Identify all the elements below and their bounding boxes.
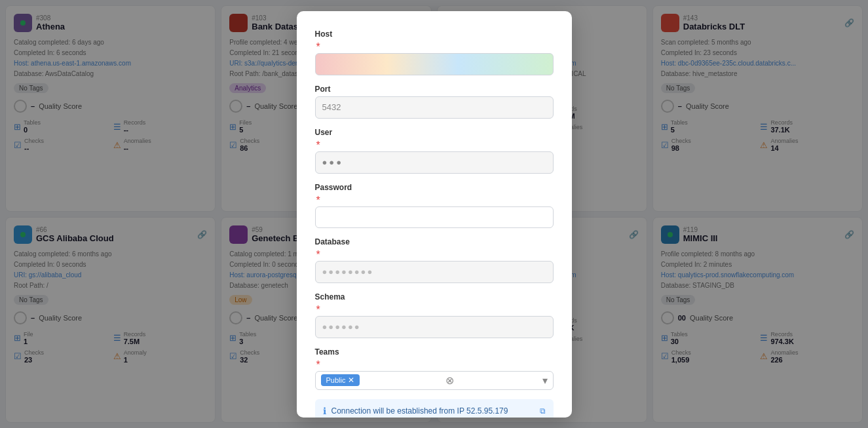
team-public-tag: Public ✕ — [321, 374, 360, 386]
schema-required: * — [316, 304, 320, 315]
password-field-group: Password* — [315, 183, 554, 228]
host-field-group: Host* — [315, 29, 554, 75]
database-input[interactable]: ●●●●●●●● — [315, 261, 554, 283]
teams-dropdown-icon[interactable]: ▾ — [542, 374, 548, 387]
info-icon: ℹ — [323, 406, 326, 416]
port-input[interactable]: 5432 — [315, 96, 554, 119]
teams-label: Teams — [315, 347, 554, 357]
user-field-group: User* ●●● — [315, 128, 554, 174]
copy-icon[interactable]: ⧉ — [540, 406, 546, 416]
user-required: * — [316, 140, 320, 151]
schema-input[interactable]: ●●●●●● — [315, 316, 554, 338]
ip-info-box: ℹ Connection will be established from IP… — [315, 399, 554, 418]
password-required: * — [316, 195, 320, 206]
port-label: Port — [315, 85, 554, 94]
page-wrapper: #308 Athena Catalog completed: 6 days ag… — [0, 0, 868, 428]
host-input-masked[interactable] — [315, 53, 554, 75]
teams-clear-icon[interactable]: ⊗ — [445, 374, 454, 387]
password-input[interactable] — [315, 206, 554, 228]
team-tag-close-icon[interactable]: ✕ — [348, 376, 354, 385]
host-label: Host — [315, 29, 554, 39]
database-label: Database — [315, 237, 554, 246]
teams-input-wrapper[interactable]: Public ✕ ⊗ ▾ — [315, 371, 554, 390]
password-label: Password — [315, 183, 554, 192]
connection-modal: Host* Port 5432 User* ●●● Password* — [297, 11, 572, 418]
host-required: * — [316, 41, 320, 52]
database-required: * — [316, 249, 320, 260]
schema-field-group: Schema* ●●●●●● — [315, 292, 554, 338]
teams-field-group: Teams* Public ✕ ⊗ ▾ — [315, 347, 554, 390]
ip-info-text: Connection will be established from IP 5… — [331, 406, 508, 416]
modal-overlay: Host* Port 5432 User* ●●● Password* — [0, 0, 868, 428]
port-field-group: Port 5432 — [315, 85, 554, 119]
user-input[interactable]: ●●● — [315, 151, 554, 174]
database-field-group: Database* ●●●●●●●● — [315, 237, 554, 283]
user-label: User — [315, 128, 554, 137]
teams-required: * — [316, 359, 320, 370]
schema-label: Schema — [315, 292, 554, 302]
